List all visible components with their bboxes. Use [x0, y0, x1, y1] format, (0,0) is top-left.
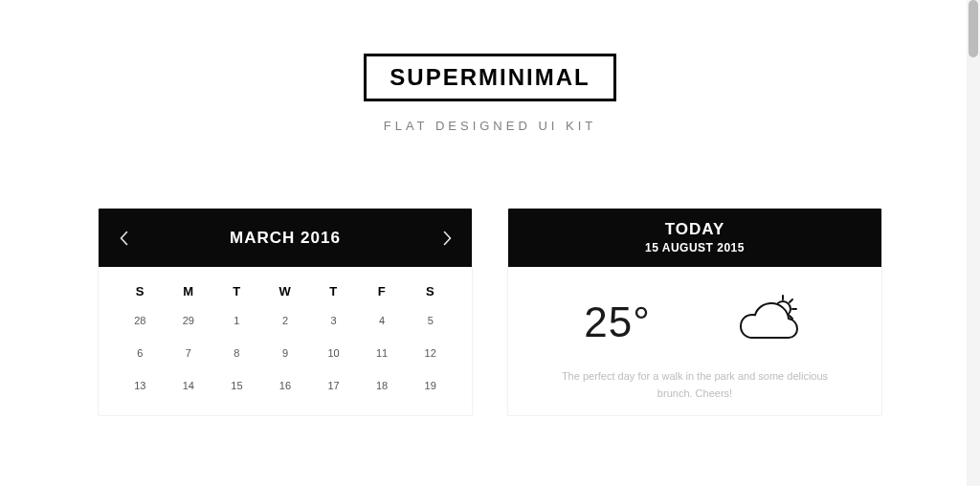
- calendar-cell[interactable]: 12: [406, 337, 455, 369]
- calendar-prev-button[interactable]: [104, 209, 143, 267]
- calendar-body: S M T W T F S 28 29 1: [99, 267, 472, 415]
- page-subtitle: FLAT DESIGNED UI KIT: [0, 119, 980, 133]
- page-header: SUPERMINIMAL FLAT DESIGNED UI KIT: [0, 54, 980, 133]
- calendar-cell[interactable]: 1: [212, 304, 261, 337]
- weather-widget: TODAY 15 AUGUST 2015 25°: [507, 208, 882, 416]
- weather-body: 25° The perfect day for a walk in the pa…: [508, 267, 881, 415]
- calendar-cell[interactable]: 18: [358, 369, 407, 402]
- calendar-day-header: F: [358, 273, 407, 304]
- calendar-cell[interactable]: 7: [165, 337, 213, 369]
- calendar-day-header: S: [116, 273, 165, 304]
- calendar-cell[interactable]: 3: [309, 304, 358, 337]
- chevron-left-icon: [120, 231, 128, 246]
- weather-temperature: 25°: [584, 298, 651, 346]
- logo-box: SUPERMINIMAL: [364, 54, 615, 101]
- calendar-cell[interactable]: 6: [116, 337, 165, 369]
- calendar-day-header: T: [212, 273, 261, 304]
- calendar-cell[interactable]: 4: [358, 304, 407, 337]
- calendar-next-button[interactable]: [428, 209, 466, 267]
- calendar-cell[interactable]: 14: [165, 369, 213, 402]
- chevron-right-icon: [443, 231, 452, 246]
- calendar-cell[interactable]: 11: [358, 337, 407, 369]
- partly-cloudy-icon: [737, 294, 806, 351]
- calendar-cell[interactable]: 29: [165, 304, 213, 337]
- calendar-grid: S M T W T F S 28 29 1: [116, 273, 455, 402]
- calendar-day-header: S: [406, 273, 455, 304]
- weather-header: TODAY 15 AUGUST 2015: [508, 209, 881, 267]
- weather-title: TODAY: [645, 221, 745, 239]
- calendar-day-header: M: [165, 273, 213, 304]
- calendar-widget: MARCH 2016 S M T W T F S: [98, 208, 473, 416]
- calendar-day-header: W: [261, 273, 310, 304]
- calendar-title: MARCH 2016: [230, 229, 341, 248]
- svg-line-2: [790, 299, 792, 302]
- logo-text: SUPERMINIMAL: [390, 64, 590, 91]
- calendar-cell[interactable]: 17: [309, 369, 358, 402]
- calendar-cell[interactable]: 16: [261, 369, 310, 402]
- calendar-cell[interactable]: 15: [212, 369, 261, 402]
- weather-date: 15 AUGUST 2015: [645, 241, 745, 254]
- calendar-header: MARCH 2016: [99, 209, 472, 267]
- calendar-cell[interactable]: 28: [116, 304, 165, 337]
- scrollbar-track[interactable]: [967, 0, 980, 486]
- calendar-day-header: T: [309, 273, 358, 304]
- calendar-cell[interactable]: 10: [309, 337, 358, 369]
- calendar-cell[interactable]: 19: [406, 369, 455, 402]
- calendar-cell[interactable]: 8: [212, 337, 261, 369]
- calendar-cell[interactable]: 9: [261, 337, 310, 369]
- calendar-cell[interactable]: 2: [261, 304, 310, 337]
- calendar-cell[interactable]: 13: [116, 369, 165, 402]
- calendar-cell[interactable]: 5: [406, 304, 455, 337]
- weather-description: The perfect day for a walk in the park a…: [561, 368, 829, 402]
- scrollbar-thumb[interactable]: [969, 0, 978, 57]
